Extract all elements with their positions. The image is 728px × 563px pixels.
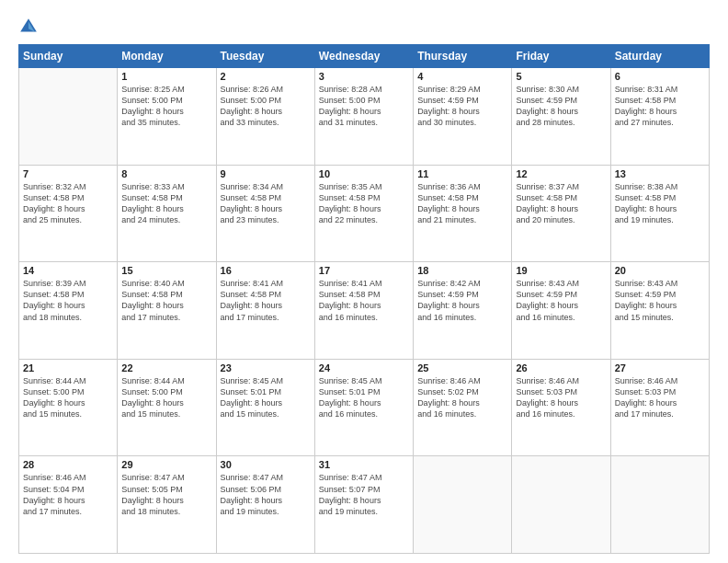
day-info: Sunrise: 8:47 AMSunset: 5:05 PMDaylight:… — [121, 472, 211, 517]
day-info: Sunrise: 8:33 AMSunset: 4:58 PMDaylight:… — [121, 181, 211, 226]
calendar-cell: 31Sunrise: 8:47 AMSunset: 5:07 PMDayligh… — [314, 456, 413, 554]
calendar-cell: 23Sunrise: 8:45 AMSunset: 5:01 PMDayligh… — [216, 359, 314, 456]
day-number: 27 — [615, 362, 705, 373]
day-info: Sunrise: 8:46 AMSunset: 5:03 PMDaylight:… — [516, 375, 606, 420]
calendar-cell: 17Sunrise: 8:41 AMSunset: 4:58 PMDayligh… — [314, 262, 413, 360]
logo-icon — [18, 17, 39, 37]
day-number: 3 — [319, 71, 409, 82]
day-number: 14 — [23, 265, 113, 276]
calendar-cell: 19Sunrise: 8:43 AMSunset: 4:59 PMDayligh… — [512, 262, 610, 360]
day-number: 13 — [615, 168, 705, 179]
header — [18, 17, 710, 37]
day-info: Sunrise: 8:45 AMSunset: 5:01 PMDaylight:… — [319, 375, 409, 420]
day-number: 4 — [417, 71, 507, 82]
calendar-week-row: 7Sunrise: 8:32 AMSunset: 4:58 PMDaylight… — [19, 165, 710, 262]
day-number: 21 — [23, 362, 113, 373]
day-number: 10 — [319, 168, 409, 179]
calendar-cell: 1Sunrise: 8:25 AMSunset: 5:00 PMDaylight… — [118, 68, 216, 166]
calendar-cell: 30Sunrise: 8:47 AMSunset: 5:06 PMDayligh… — [216, 456, 314, 554]
day-number: 12 — [516, 168, 606, 179]
day-number: 26 — [516, 362, 606, 373]
calendar-cell: 4Sunrise: 8:29 AMSunset: 4:59 PMDaylight… — [414, 68, 512, 166]
day-info: Sunrise: 8:26 AMSunset: 5:00 PMDaylight:… — [221, 84, 311, 129]
calendar-cell: 21Sunrise: 8:44 AMSunset: 5:00 PMDayligh… — [19, 359, 118, 456]
day-number: 31 — [319, 459, 409, 470]
day-number: 8 — [121, 168, 211, 179]
day-number: 2 — [221, 71, 311, 82]
header-friday: Friday — [512, 45, 610, 68]
day-number: 23 — [221, 362, 311, 373]
calendar-cell: 5Sunrise: 8:30 AMSunset: 4:59 PMDaylight… — [512, 68, 610, 166]
day-info: Sunrise: 8:35 AMSunset: 4:58 PMDaylight:… — [319, 181, 409, 226]
calendar-cell: 22Sunrise: 8:44 AMSunset: 5:00 PMDayligh… — [118, 359, 216, 456]
day-info: Sunrise: 8:39 AMSunset: 4:58 PMDaylight:… — [23, 278, 113, 323]
day-number: 5 — [516, 71, 606, 82]
calendar-cell: 24Sunrise: 8:45 AMSunset: 5:01 PMDayligh… — [314, 359, 413, 456]
day-number: 16 — [221, 265, 311, 276]
day-info: Sunrise: 8:34 AMSunset: 4:58 PMDaylight:… — [221, 181, 311, 226]
calendar-table: SundayMondayTuesdayWednesdayThursdayFrid… — [18, 44, 710, 554]
day-info: Sunrise: 8:45 AMSunset: 5:01 PMDaylight:… — [221, 375, 311, 420]
day-number: 20 — [615, 265, 705, 276]
calendar-cell — [19, 68, 118, 166]
header-sunday: Sunday — [19, 45, 118, 68]
calendar-cell: 11Sunrise: 8:36 AMSunset: 4:58 PMDayligh… — [414, 165, 512, 262]
day-number: 15 — [121, 265, 211, 276]
calendar-cell: 10Sunrise: 8:35 AMSunset: 4:58 PMDayligh… — [314, 165, 413, 262]
calendar-cell: 29Sunrise: 8:47 AMSunset: 5:05 PMDayligh… — [118, 456, 216, 554]
calendar-cell: 6Sunrise: 8:31 AMSunset: 4:58 PMDaylight… — [610, 68, 709, 166]
day-number: 1 — [121, 71, 211, 82]
calendar-cell: 16Sunrise: 8:41 AMSunset: 4:58 PMDayligh… — [216, 262, 314, 360]
day-info: Sunrise: 8:42 AMSunset: 4:59 PMDaylight:… — [417, 278, 507, 323]
day-info: Sunrise: 8:30 AMSunset: 4:59 PMDaylight:… — [516, 84, 606, 129]
page: SundayMondayTuesdayWednesdayThursdayFrid… — [0, 0, 728, 563]
day-number: 30 — [221, 459, 311, 470]
day-number: 17 — [319, 265, 409, 276]
header-thursday: Thursday — [414, 45, 512, 68]
header-monday: Monday — [118, 45, 216, 68]
calendar-cell: 3Sunrise: 8:28 AMSunset: 5:00 PMDaylight… — [314, 68, 413, 166]
calendar-cell: 20Sunrise: 8:43 AMSunset: 4:59 PMDayligh… — [610, 262, 709, 360]
day-number: 11 — [417, 168, 507, 179]
calendar-week-row: 1Sunrise: 8:25 AMSunset: 5:00 PMDaylight… — [19, 68, 710, 166]
day-info: Sunrise: 8:31 AMSunset: 4:58 PMDaylight:… — [615, 84, 705, 129]
calendar-week-row: 28Sunrise: 8:46 AMSunset: 5:04 PMDayligh… — [19, 456, 710, 554]
calendar-cell: 27Sunrise: 8:46 AMSunset: 5:03 PMDayligh… — [610, 359, 709, 456]
calendar-cell — [512, 456, 610, 554]
header-wednesday: Wednesday — [314, 45, 413, 68]
day-info: Sunrise: 8:46 AMSunset: 5:03 PMDaylight:… — [615, 375, 705, 420]
logo — [18, 17, 42, 37]
day-number: 18 — [417, 265, 507, 276]
day-number: 28 — [23, 459, 113, 470]
day-number: 6 — [615, 71, 705, 82]
day-info: Sunrise: 8:38 AMSunset: 4:58 PMDaylight:… — [615, 181, 705, 226]
calendar-week-row: 14Sunrise: 8:39 AMSunset: 4:58 PMDayligh… — [19, 262, 710, 360]
day-info: Sunrise: 8:40 AMSunset: 4:58 PMDaylight:… — [121, 278, 211, 323]
calendar-cell: 13Sunrise: 8:38 AMSunset: 4:58 PMDayligh… — [610, 165, 709, 262]
calendar-cell: 28Sunrise: 8:46 AMSunset: 5:04 PMDayligh… — [19, 456, 118, 554]
day-number: 24 — [319, 362, 409, 373]
day-info: Sunrise: 8:44 AMSunset: 5:00 PMDaylight:… — [121, 375, 211, 420]
day-info: Sunrise: 8:41 AMSunset: 4:58 PMDaylight:… — [319, 278, 409, 323]
day-info: Sunrise: 8:43 AMSunset: 4:59 PMDaylight:… — [615, 278, 705, 323]
header-saturday: Saturday — [610, 45, 709, 68]
day-number: 22 — [121, 362, 211, 373]
day-info: Sunrise: 8:25 AMSunset: 5:00 PMDaylight:… — [121, 84, 211, 129]
calendar-cell: 26Sunrise: 8:46 AMSunset: 5:03 PMDayligh… — [512, 359, 610, 456]
day-info: Sunrise: 8:32 AMSunset: 4:58 PMDaylight:… — [23, 181, 113, 226]
day-number: 9 — [221, 168, 311, 179]
calendar-cell — [414, 456, 512, 554]
calendar-cell: 8Sunrise: 8:33 AMSunset: 4:58 PMDaylight… — [118, 165, 216, 262]
day-info: Sunrise: 8:47 AMSunset: 5:07 PMDaylight:… — [319, 472, 409, 517]
calendar-cell: 14Sunrise: 8:39 AMSunset: 4:58 PMDayligh… — [19, 262, 118, 360]
day-info: Sunrise: 8:47 AMSunset: 5:06 PMDaylight:… — [221, 472, 311, 517]
calendar-header-row: SundayMondayTuesdayWednesdayThursdayFrid… — [19, 45, 710, 68]
day-info: Sunrise: 8:44 AMSunset: 5:00 PMDaylight:… — [23, 375, 113, 420]
day-info: Sunrise: 8:46 AMSunset: 5:02 PMDaylight:… — [417, 375, 507, 420]
calendar-cell: 12Sunrise: 8:37 AMSunset: 4:58 PMDayligh… — [512, 165, 610, 262]
day-info: Sunrise: 8:37 AMSunset: 4:58 PMDaylight:… — [516, 181, 606, 226]
calendar-cell: 2Sunrise: 8:26 AMSunset: 5:00 PMDaylight… — [216, 68, 314, 166]
calendar-week-row: 21Sunrise: 8:44 AMSunset: 5:00 PMDayligh… — [19, 359, 710, 456]
day-info: Sunrise: 8:41 AMSunset: 4:58 PMDaylight:… — [221, 278, 311, 323]
day-info: Sunrise: 8:28 AMSunset: 5:00 PMDaylight:… — [319, 84, 409, 129]
